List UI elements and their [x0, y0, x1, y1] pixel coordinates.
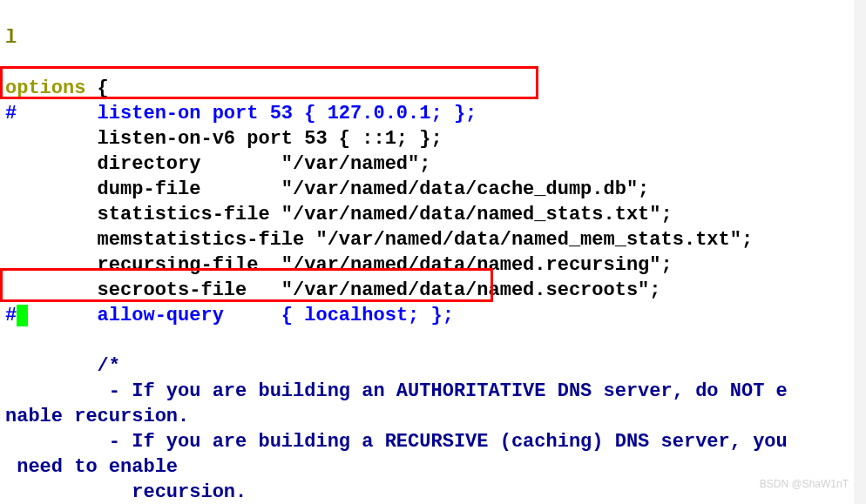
comment-line: - If you are building an AUTHORITATIVE D…	[5, 380, 788, 402]
brace: {	[85, 77, 108, 99]
line-listen-on-v6: listen-on-v6 port 53 { ::1; };	[5, 128, 443, 150]
line-allow-query: allow-query { localhost; };	[28, 305, 453, 326]
line-listen-on: listen-on port 53 { 127.0.0.1; };	[17, 103, 477, 124]
comment-open: /*	[5, 355, 120, 377]
line-secroots-file: secroots-file "/var/named/data/named.sec…	[5, 279, 661, 301]
comment-line: - If you are building a RECURSIVE (cachi…	[5, 431, 788, 453]
line-memstatistics-file: memstatistics-file "/var/named/data/name…	[5, 229, 753, 251]
line-statistics-file: statistics-file "/var/named/data/named_s…	[5, 204, 673, 225]
comment-hash: #	[5, 103, 17, 124]
comment-line: nable recursion.	[5, 406, 189, 427]
line-directory: directory "/var/named";	[5, 153, 430, 175]
comment-line: recursion.	[5, 481, 247, 503]
right-scroll-strip	[854, 0, 866, 504]
code-editor-content: l options { # listen-on port 53 { 127.0.…	[5, 0, 788, 504]
cursor-highlight	[17, 305, 28, 326]
watermark-text: BSDN @ShaW1nT	[760, 472, 849, 497]
line-dump-file: dump-file "/var/named/data/cache_dump.db…	[5, 178, 649, 200]
line-recursing-file: recursing-file "/var/named/data/named.re…	[5, 254, 673, 276]
comment-line: need to enable	[5, 456, 178, 478]
comment-hash: #	[5, 305, 17, 326]
code-char: l	[5, 27, 17, 49]
keyword-options: options	[5, 77, 85, 99]
